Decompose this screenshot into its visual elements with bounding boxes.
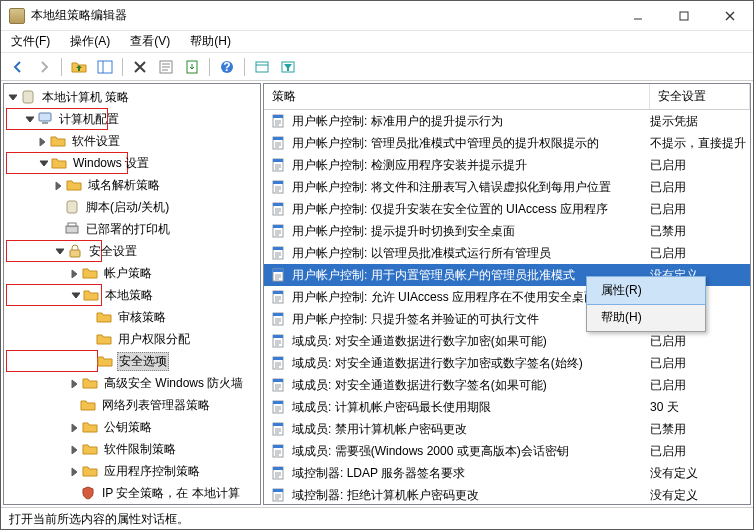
context-menu-help[interactable]: 帮助(H) (587, 304, 705, 331)
folder-icon (82, 441, 98, 457)
policy-name: 域控制器: 拒绝计算机帐户密码更改 (292, 487, 650, 504)
tree-scripts[interactable]: 脚本(启动/关机) (4, 196, 260, 218)
back-button[interactable] (7, 56, 29, 78)
list-item[interactable]: 域控制器: 拒绝计算机帐户密码更改没有定义 (264, 484, 750, 504)
menu-bar: 文件(F) 操作(A) 查看(V) 帮助(H) (1, 31, 753, 53)
computer-icon (37, 111, 53, 127)
filter-on-button[interactable] (277, 56, 299, 78)
tree-user-rights[interactable]: 用户权限分配 (4, 328, 260, 350)
policy-doc-icon (270, 421, 286, 437)
tree-public-key[interactable]: 公钥策略 (4, 416, 260, 438)
list-item[interactable]: 域成员: 对安全通道数据进行数字加密(如果可能)已启用 (264, 330, 750, 352)
close-button[interactable] (707, 1, 753, 30)
folder-icon (80, 397, 96, 413)
tree-adv-firewall[interactable]: 高级安全 Windows 防火墙 (4, 372, 260, 394)
policy-name: 用户帐户控制: 检测应用程序安装并提示提升 (292, 157, 650, 174)
tree-software-restriction[interactable]: 软件限制策略 (4, 438, 260, 460)
policy-doc-icon (270, 135, 286, 151)
list-item[interactable]: 用户帐户控制: 检测应用程序安装并提示提升已启用 (264, 154, 750, 176)
folder-icon (96, 331, 112, 347)
console-tree[interactable]: 本地计算机 策略 计算机配置 软件设置 Windows 设置 域名解析策略 脚本… (3, 83, 261, 505)
menu-help[interactable]: 帮助(H) (186, 31, 235, 52)
delete-button[interactable] (129, 56, 151, 78)
tree-windows-settings[interactable]: Windows 设置 (6, 152, 128, 174)
policy-name: 用户帐户控制: 标准用户的提升提示行为 (292, 113, 650, 130)
menu-action[interactable]: 操作(A) (66, 31, 114, 52)
up-button[interactable] (68, 56, 90, 78)
help-button[interactable]: ? (216, 56, 238, 78)
scroll-icon (64, 199, 80, 215)
list-item[interactable]: 域成员: 对安全通道数据进行数字加密或数字签名(始终)已启用 (264, 352, 750, 374)
tree-account-policies[interactable]: 帐户策略 (4, 262, 260, 284)
menu-file[interactable]: 文件(F) (7, 31, 54, 52)
column-setting[interactable]: 安全设置 (650, 84, 750, 109)
policy-doc-icon (270, 333, 286, 349)
tree-app-control[interactable]: 应用程序控制策略 (4, 460, 260, 482)
tree-security-settings[interactable]: 安全设置 (6, 240, 102, 262)
policy-name: 用户帐户控制: 管理员批准模式中管理员的提升权限提示的 (292, 135, 650, 152)
tree-audit-policy[interactable]: 审核策略 (4, 306, 260, 328)
policy-doc-icon (270, 399, 286, 415)
tree-local-policies[interactable]: 本地策略 (6, 284, 102, 306)
tree-computer-config[interactable]: 计算机配置 (6, 108, 108, 130)
policy-doc-icon (270, 157, 286, 173)
svg-rect-9 (680, 12, 688, 20)
policy-name: 域成员: 禁用计算机帐户密码更改 (292, 421, 650, 438)
tree-ip-security[interactable]: IP 安全策略，在 本地计算 (4, 482, 260, 504)
policy-value: 没有定义 (650, 487, 750, 504)
policy-doc-icon (270, 311, 286, 327)
policy-doc-icon (270, 465, 286, 481)
list-item[interactable]: 用户帐户控制: 管理员批准模式中管理员的提升权限提示的不提示，直接提升 (264, 132, 750, 154)
policy-value: 提示凭据 (650, 113, 750, 130)
tree-nlm[interactable]: 网络列表管理器策略 (4, 394, 260, 416)
properties-button[interactable] (155, 56, 177, 78)
list-item[interactable]: 用户帐户控制: 提示提升时切换到安全桌面已禁用 (264, 220, 750, 242)
folder-icon (97, 353, 113, 369)
maximize-button[interactable] (661, 1, 707, 30)
printer-icon (64, 221, 80, 237)
list-item[interactable]: 域成员: 对安全通道数据进行数字签名(如果可能)已启用 (264, 374, 750, 396)
export-list-button[interactable] (181, 56, 203, 78)
filter-options-button[interactable] (251, 56, 273, 78)
list-item[interactable]: 域控制器: LDAP 服务器签名要求没有定义 (264, 462, 750, 484)
folder-icon (82, 419, 98, 435)
app-icon (9, 8, 25, 24)
policy-name: 域控制器: LDAP 服务器签名要求 (292, 465, 650, 482)
policy-value: 30 天 (650, 399, 750, 416)
folder-icon (83, 287, 99, 303)
list-item[interactable]: 用户帐户控制: 标准用户的提升提示行为提示凭据 (264, 110, 750, 132)
column-policy[interactable]: 策略 (264, 84, 650, 109)
folder-icon (82, 375, 98, 391)
tree-root[interactable]: 本地计算机 策略 (4, 86, 260, 108)
list-item[interactable]: 域成员: 需要强(Windows 2000 或更高版本)会话密钥已启用 (264, 440, 750, 462)
policy-doc-icon (270, 223, 286, 239)
policy-name: 域成员: 需要强(Windows 2000 或更高版本)会话密钥 (292, 443, 650, 460)
list-item[interactable]: 用户帐户控制: 将文件和注册表写入错误虚拟化到每用户位置已启用 (264, 176, 750, 198)
window-title: 本地组策略编辑器 (31, 7, 615, 24)
policy-value: 已禁用 (650, 421, 750, 438)
policy-doc-icon (270, 113, 286, 129)
minimize-button[interactable] (615, 1, 661, 30)
policy-doc-icon (270, 443, 286, 459)
list-item[interactable]: 用户帐户控制: 以管理员批准模式运行所有管理员已启用 (264, 242, 750, 264)
tree-security-options[interactable]: 安全选项 (6, 350, 98, 372)
policy-value: 已启用 (650, 157, 750, 174)
tree-deployed-printers[interactable]: 已部署的打印机 (4, 218, 260, 240)
context-menu-properties[interactable]: 属性(R) (586, 276, 706, 305)
forward-button[interactable] (33, 56, 55, 78)
folder-icon (66, 177, 82, 193)
list-item[interactable]: 域成员: 禁用计算机帐户密码更改已禁用 (264, 418, 750, 440)
tree-dns-policy[interactable]: 域名解析策略 (4, 174, 260, 196)
show-hide-tree-button[interactable] (94, 56, 116, 78)
tree-software-settings[interactable]: 软件设置 (4, 130, 260, 152)
tree-adv-audit[interactable]: 高级审核策略配置 (4, 504, 260, 505)
separator (122, 58, 123, 76)
menu-view[interactable]: 查看(V) (126, 31, 174, 52)
list-body[interactable]: 用户帐户控制: 标准用户的提升提示行为提示凭据用户帐户控制: 管理员批准模式中管… (264, 110, 750, 504)
toolbar: ? (1, 53, 753, 81)
policy-value: 已启用 (650, 443, 750, 460)
list-item[interactable]: 用户帐户控制: 仅提升安装在安全位置的 UIAccess 应用程序已启用 (264, 198, 750, 220)
list-item[interactable]: 域成员: 计算机帐户密码最长使用期限30 天 (264, 396, 750, 418)
svg-rect-21 (256, 62, 268, 72)
policy-doc-icon (270, 289, 286, 305)
